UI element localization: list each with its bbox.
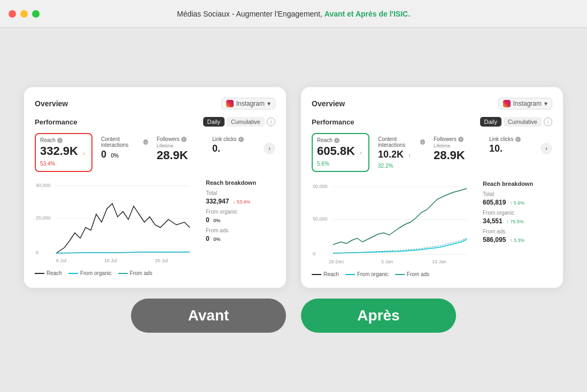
avant-reach-info[interactable]: i — [57, 138, 63, 143]
apres-followers-sublabel: Lifetime — [434, 143, 481, 148]
apres-chart-svg: 00,000 50,000 0 26 De — [312, 181, 476, 266]
title-accent: Avant et Après de l'ISIC. — [325, 10, 410, 18]
avant-rb-total-value: 332,947 — [206, 198, 229, 205]
apres-legend-ads-label: From ads — [407, 271, 429, 277]
apres-button[interactable]: Après — [301, 299, 456, 333]
avant-platform-badge[interactable]: Instagram ▾ — [221, 98, 275, 109]
apres-overview-title: Overview — [312, 99, 345, 108]
avant-platform-dropdown-icon: ▾ — [267, 100, 271, 107]
avant-legend-organic: From organic — [68, 270, 112, 276]
maximize-button[interactable] — [32, 10, 40, 18]
apres-info-icon[interactable]: i — [544, 117, 552, 126]
avant-metrics-row: Reach i 332.9K ↓ 53.4% Content interacti… — [35, 133, 275, 172]
avant-reach-metric: Reach i 332.9K ↓ 53.4% — [35, 133, 92, 172]
avant-legend-reach-line — [35, 273, 44, 274]
avant-performance-label: Performance — [35, 118, 77, 126]
avant-button[interactable]: Avant — [131, 299, 286, 333]
avant-ci-label: Content interactions — [101, 136, 142, 148]
svg-text:20,000: 20,000 — [36, 215, 51, 221]
avant-tab-group: Daily Cumulative i — [203, 117, 275, 127]
avant-lc-label: Link clicks — [212, 136, 237, 142]
apres-legend-organic-line — [345, 274, 355, 275]
avant-card: Overview Instagram ▾ Performance Daily C… — [24, 87, 286, 288]
svg-text:5 Jan: 5 Jan — [381, 259, 393, 264]
apres-ci-info[interactable]: i — [420, 139, 425, 145]
title-main: Médias Sociaux - Augmenter l'Engagement, — [177, 10, 325, 18]
apres-legend-reach-label: Reach — [323, 271, 339, 277]
avant-chart-svg: 40,000 20,000 0 6 Jul — [35, 179, 199, 265]
avant-legend-ads: From ads — [118, 270, 152, 276]
cards-row: Overview Instagram ▾ Performance Daily C… — [21, 87, 566, 288]
svg-text:16 Jul: 16 Jul — [104, 258, 117, 263]
window-title: Médias Sociaux - Augmenter l'Engagement,… — [177, 10, 410, 18]
avant-followers-sublabel: Lifetime — [157, 143, 204, 148]
apres-ci-value: 10.2K — [378, 149, 404, 160]
avant-info-icon[interactable]: i — [267, 117, 275, 126]
apres-ci-label: Content interactions — [378, 136, 419, 148]
avant-ci-change: 0% — [111, 153, 118, 159]
apres-performance-row: Performance Daily Cumulative i — [312, 117, 552, 127]
apres-platform-dropdown-icon: ▾ — [544, 100, 547, 107]
svg-text:50,000: 50,000 — [313, 216, 328, 222]
apres-reach-value: 605.8K — [317, 144, 355, 158]
apres-rb-total-value: 605,819 — [483, 199, 506, 206]
avant-ci-info[interactable]: i — [143, 139, 148, 145]
avant-legend-organic-label: From organic — [80, 270, 112, 276]
avant-performance-row: Performance Daily Cumulative i — [35, 117, 275, 127]
apres-rb-ads-value: 586,095 — [483, 236, 506, 244]
avant-legend-reach: Reach — [35, 270, 62, 276]
close-button[interactable] — [9, 10, 16, 18]
apres-rb-total-change: ↑ 5.6% — [510, 200, 525, 206]
apres-platform-label: Instagram — [513, 100, 542, 107]
avant-reach-label: Reach — [40, 137, 56, 143]
apres-reach-label: Reach — [317, 137, 333, 143]
apres-followers-info[interactable]: i — [458, 137, 464, 142]
apres-platform-badge[interactable]: Instagram ▾ — [498, 98, 552, 109]
avant-rb-title: Reach breakdown — [206, 179, 275, 186]
apres-reach-breakdown: Reach breakdown Total 605,819 ↑ 5.6% Fro… — [483, 181, 552, 277]
svg-text:40,000: 40,000 — [36, 183, 51, 188]
apres-metrics-row: Reach i 605.8K ↑ 5.6% Content interactio… — [312, 133, 552, 173]
apres-chart-legend: Reach From organic From ads — [312, 271, 476, 277]
avant-card-header: Overview Instagram ▾ — [35, 98, 275, 109]
avant-followers-info[interactable]: i — [181, 137, 187, 142]
avant-reach-value: 332.9K — [40, 144, 78, 158]
avant-lc-value: 0. — [212, 143, 220, 154]
apres-legend-organic-label: From organic — [357, 271, 389, 277]
apres-next-button[interactable]: › — [540, 143, 552, 154]
apres-reach-info[interactable]: i — [334, 138, 339, 143]
apres-legend-reach: Reach — [312, 271, 339, 277]
avant-rb-ads-change: 0% — [213, 237, 220, 242]
avant-chart-legend: Reach From organic From ads — [35, 270, 199, 276]
avant-ci-value: 0 — [101, 149, 106, 160]
instagram-icon — [226, 100, 234, 107]
apres-instagram-icon — [503, 100, 511, 107]
svg-text:0: 0 — [313, 251, 315, 256]
apres-tab-daily[interactable]: Daily — [480, 117, 501, 127]
apres-tab-cumulative[interactable]: Cumulative — [504, 117, 542, 127]
minimize-button[interactable] — [20, 10, 28, 18]
apres-card-header: Overview Instagram ▾ — [312, 98, 552, 109]
apres-followers-value: 28.9K — [434, 148, 465, 162]
svg-text:00,000: 00,000 — [313, 184, 328, 189]
apres-lc-value: 10. — [489, 143, 503, 154]
avant-next-button[interactable]: › — [264, 143, 275, 154]
avant-legend-ads-line — [118, 273, 128, 274]
svg-text:6 Jul: 6 Jul — [56, 258, 66, 263]
apres-lc-info[interactable]: i — [515, 137, 521, 142]
avant-lc-info[interactable]: i — [238, 137, 244, 142]
avant-content-interactions-metric: Content interactions i 0 0% — [97, 133, 152, 163]
apres-chart: 00,000 50,000 0 26 De — [312, 181, 476, 277]
avant-rb-organic-value: 0 — [206, 216, 210, 224]
main-content: Overview Instagram ▾ Performance Daily C… — [0, 28, 587, 392]
avant-tab-daily[interactable]: Daily — [203, 117, 225, 127]
avant-rb-ads-value: 0 — [206, 235, 210, 242]
apres-reach-metric: Reach i 605.8K ↑ 5.6% — [312, 133, 369, 172]
avant-reach-breakdown: Reach breakdown Total 332,947 ↓ 53.4% Fr… — [206, 179, 275, 276]
avant-chart-area: 40,000 20,000 0 6 Jul — [35, 179, 275, 276]
apres-followers-label: Followers — [434, 136, 457, 142]
avant-followers-value: 28.9K — [157, 148, 188, 162]
traffic-lights — [9, 10, 40, 18]
apres-rb-title: Reach breakdown — [483, 181, 552, 187]
avant-tab-cumulative[interactable]: Cumulative — [227, 117, 265, 127]
